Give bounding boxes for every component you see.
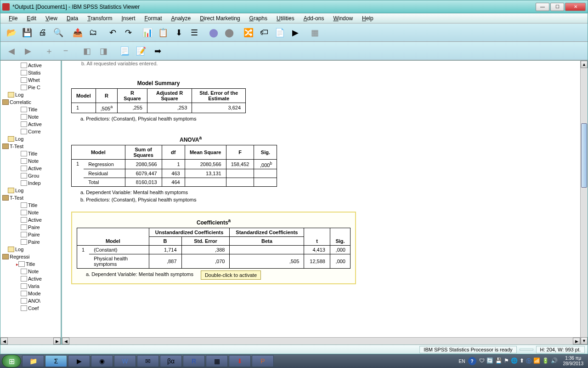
tree-item[interactable]: Coef xyxy=(21,305,61,312)
menu-graphs[interactable]: Graphs xyxy=(246,14,271,23)
show-all-icon[interactable]: ▦ xyxy=(307,25,322,40)
db-icon[interactable]: 💾 xyxy=(495,357,502,365)
collapse-icon[interactable]: − xyxy=(58,44,73,58)
task-beta[interactable]: βα xyxy=(160,355,182,367)
goto-data-icon[interactable]: 📊 xyxy=(140,25,155,40)
tree-item[interactable]: Active xyxy=(21,216,61,224)
volume-icon[interactable]: 🔊 xyxy=(551,357,558,365)
bt-icon[interactable]: ⓑ xyxy=(526,357,531,365)
sync-icon[interactable]: 🔄 xyxy=(486,357,493,365)
close-button[interactable]: ✕ xyxy=(565,3,586,11)
tree-item[interactable]: Indep xyxy=(21,179,61,187)
scroll-right-icon[interactable]: ▶ xyxy=(573,338,580,345)
content-vscroll[interactable]: ▲ ▼ xyxy=(580,61,588,345)
anova-table[interactable]: Model Sum of Squares df Mean Square F Si… xyxy=(71,145,277,187)
menu-window[interactable]: Window xyxy=(329,14,356,23)
save-icon[interactable]: 💾 xyxy=(20,25,34,40)
scroll-right-icon[interactable]: ▶ xyxy=(53,338,61,345)
minimize-button[interactable]: — xyxy=(536,3,549,11)
tree-item[interactable]: Log xyxy=(8,135,61,143)
flag-icon[interactable]: ⚑ xyxy=(504,357,509,365)
tree-item[interactable]: Paire xyxy=(21,231,61,238)
forward-icon[interactable]: ▶ xyxy=(21,44,35,58)
outline-pane[interactable]: ActiveStatisWhetPie CLog-CorrelaticTitle… xyxy=(0,61,62,345)
tree-item[interactable]: Active xyxy=(21,62,61,69)
expand-icon[interactable]: ＋ xyxy=(42,44,57,58)
insert-text-icon[interactable]: 📝 xyxy=(134,44,148,58)
select-icon[interactable]: ☰ xyxy=(187,25,202,40)
split-icon[interactable]: 🔀 xyxy=(241,25,256,40)
back-icon[interactable]: ◀ xyxy=(4,44,19,58)
tree-item[interactable]: Active xyxy=(21,165,61,172)
hscroll-track[interactable] xyxy=(69,338,573,345)
task-r[interactable]: R xyxy=(183,355,205,367)
task-acrobat[interactable]: ⬇ xyxy=(229,355,251,367)
tree-item[interactable]: Log xyxy=(8,91,61,98)
tree-item[interactable]: Log xyxy=(8,187,61,194)
hscroll-track[interactable] xyxy=(8,338,53,345)
titlebar[interactable]: *Output1 [Document1] - IBM SPSS Statisti… xyxy=(0,0,588,13)
task-powerpoint[interactable]: P xyxy=(252,355,274,367)
outline-hscroll[interactable]: ◀ ▶ xyxy=(0,337,61,345)
tree-item[interactable]: Log xyxy=(8,246,61,253)
insert-heading-icon[interactable]: ◨ xyxy=(96,44,111,58)
scroll-up-icon[interactable]: ▲ xyxy=(581,61,588,68)
wifi-icon[interactable]: 📶 xyxy=(533,357,540,365)
scroll-left-icon[interactable]: ◀ xyxy=(62,338,69,345)
weight-icon[interactable]: ⬤ xyxy=(222,25,237,40)
menu-transform[interactable]: Transform xyxy=(84,14,116,23)
tree-item[interactable]: Corre xyxy=(21,128,61,135)
open-icon[interactable]: 📂 xyxy=(4,25,19,40)
dialog-recall-icon[interactable]: 🗂 xyxy=(86,25,101,40)
tree-item[interactable]: Note xyxy=(21,268,61,275)
tree-item[interactable]: ANO\ xyxy=(21,297,61,305)
maximize-button[interactable]: ☐ xyxy=(550,3,564,11)
task-explorer[interactable]: 📁 xyxy=(22,355,44,367)
tree-item[interactable]: Varia xyxy=(21,282,61,290)
menu-format[interactable]: Format xyxy=(141,14,166,23)
insert-icon[interactable]: ⬤ xyxy=(206,25,221,40)
menu-insert[interactable]: Insert xyxy=(118,14,139,23)
scroll-left-icon[interactable]: ◀ xyxy=(0,338,8,345)
task-outlook[interactable]: ✉ xyxy=(137,355,159,367)
tree-item[interactable]: Mode xyxy=(21,290,61,297)
goto-case-icon[interactable]: 📋 xyxy=(156,25,170,40)
print-icon[interactable]: 🖨 xyxy=(35,25,50,40)
tree-item[interactable]: -Correlatic xyxy=(8,98,61,106)
taskbar[interactable]: ⊞ 📁 Σ ▶ ◉ W ✉ βα R ▦ ⬇ P EN ? 🛡 🔄 💾 ⚑ 🌐 … xyxy=(0,354,588,368)
redo-icon[interactable]: ↷ xyxy=(121,25,136,40)
shield-icon[interactable]: 🛡 xyxy=(479,357,485,365)
scroll-down-icon[interactable]: ▼ xyxy=(581,337,588,345)
menu-file[interactable]: File xyxy=(5,14,21,23)
task-media[interactable]: ▶ xyxy=(68,355,90,367)
coef-table[interactable]: Model Unstandardized Coefficients Standa… xyxy=(77,228,351,269)
use-sets-icon[interactable]: 📄 xyxy=(272,25,287,40)
tree-item[interactable]: Paire xyxy=(21,224,61,231)
tree-item[interactable]: -T-Test xyxy=(8,194,61,201)
value-labels-icon[interactable]: 🏷 xyxy=(257,25,271,40)
output-body[interactable]: b. All requested variables entered. Mode… xyxy=(62,61,580,345)
content-hscroll[interactable]: ◀ ▶ xyxy=(62,337,580,345)
selected-output[interactable]: Coefficientsa Model Unstandardized Coeff… xyxy=(71,212,356,284)
tree-item[interactable]: -T-Test xyxy=(8,143,61,150)
menu-direct-marketing[interactable]: Direct Marketing xyxy=(196,14,243,23)
update-icon[interactable]: ⬆ xyxy=(520,357,524,365)
preview-icon[interactable]: 🔍 xyxy=(51,25,66,40)
menu-analyze[interactable]: Analyze xyxy=(168,14,195,23)
menu-help[interactable]: Help xyxy=(358,14,377,23)
vscroll-track[interactable] xyxy=(581,68,588,337)
net-icon[interactable]: 🌐 xyxy=(511,357,518,365)
tray-clock[interactable]: 1:36 πμ 28/9/2013 xyxy=(560,356,587,367)
tree-item[interactable]: Title xyxy=(21,150,61,157)
system-tray[interactable]: EN ? 🛡 🔄 💾 ⚑ 🌐 ⬆ ⓑ 📶 🔋 🔊 1:36 πμ 28/9/20… xyxy=(459,356,586,367)
tree-item[interactable]: Note xyxy=(21,157,61,165)
tree-item[interactable]: Note xyxy=(21,209,61,216)
run-icon[interactable]: ▶ xyxy=(288,25,303,40)
tree-item[interactable]: Active xyxy=(21,121,61,128)
tray-lang[interactable]: EN xyxy=(459,359,465,364)
tree-item[interactable]: Grou xyxy=(21,172,61,179)
vscroll-thumb[interactable] xyxy=(581,123,587,188)
task-spss[interactable]: Σ xyxy=(45,355,67,367)
start-button[interactable]: ⊞ xyxy=(2,355,21,368)
menu-view[interactable]: View xyxy=(42,14,61,23)
